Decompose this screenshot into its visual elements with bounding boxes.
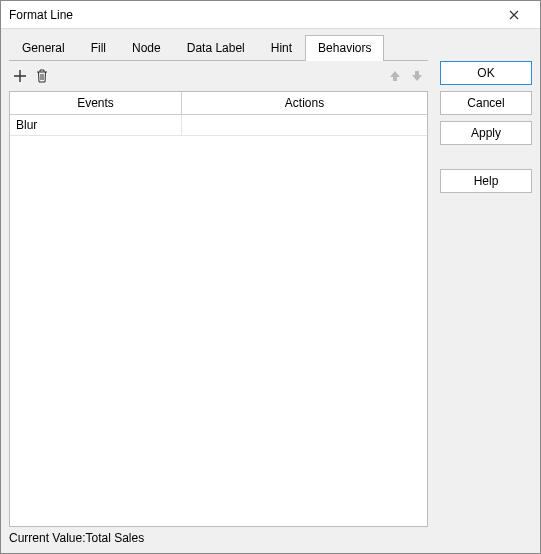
close-button[interactable] xyxy=(494,4,534,26)
help-button[interactable]: Help xyxy=(440,169,532,193)
table-header: Events Actions xyxy=(10,92,427,115)
tab-general[interactable]: General xyxy=(9,35,78,60)
cancel-button[interactable]: Cancel xyxy=(440,91,532,115)
button-column: OK Cancel Apply Help xyxy=(440,35,532,545)
tab-fill[interactable]: Fill xyxy=(78,35,119,60)
behaviors-toolbar xyxy=(9,61,428,91)
window-title: Format Line xyxy=(9,8,494,22)
plus-icon xyxy=(13,69,27,83)
dialog-window: Format Line General Fill Node Data Label… xyxy=(0,0,541,554)
event-cell[interactable]: Blur xyxy=(10,115,182,135)
move-down-button[interactable] xyxy=(406,65,428,87)
apply-button[interactable]: Apply xyxy=(440,121,532,145)
move-up-button[interactable] xyxy=(384,65,406,87)
close-icon xyxy=(509,10,519,20)
action-cell[interactable] xyxy=(182,115,427,135)
tab-behaviors[interactable]: Behaviors xyxy=(305,35,384,61)
tab-data-label[interactable]: Data Label xyxy=(174,35,258,60)
main-column: General Fill Node Data Label Hint Behavi… xyxy=(9,35,428,545)
title-bar: Format Line xyxy=(1,1,540,29)
arrow-down-icon xyxy=(410,69,424,83)
status-bar: Current Value:Total Sales xyxy=(9,527,428,545)
tab-strip: General Fill Node Data Label Hint Behavi… xyxy=(9,35,428,61)
status-label: Current Value: xyxy=(9,531,85,545)
behaviors-table: Events Actions Blur xyxy=(9,91,428,527)
add-button[interactable] xyxy=(9,65,31,87)
actions-column-header[interactable]: Actions xyxy=(182,92,427,114)
delete-button[interactable] xyxy=(31,65,53,87)
arrow-up-icon xyxy=(388,69,402,83)
table-row[interactable]: Blur xyxy=(10,115,427,136)
ok-button[interactable]: OK xyxy=(440,61,532,85)
trash-icon xyxy=(35,69,49,83)
status-value: Total Sales xyxy=(85,531,144,545)
tab-node[interactable]: Node xyxy=(119,35,174,60)
table-body: Blur xyxy=(10,115,427,526)
dialog-body: General Fill Node Data Label Hint Behavi… xyxy=(1,29,540,553)
tab-hint[interactable]: Hint xyxy=(258,35,305,60)
events-column-header[interactable]: Events xyxy=(10,92,182,114)
